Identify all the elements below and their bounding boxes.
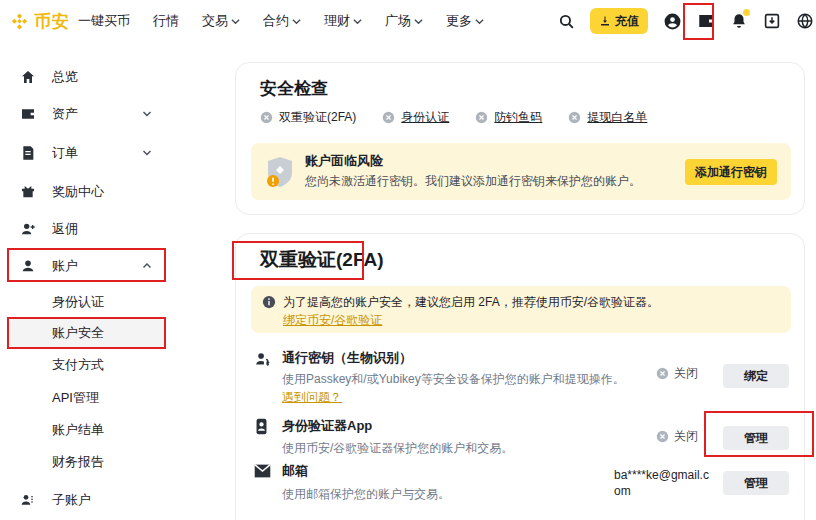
assets-icon: [20, 106, 38, 122]
brand-name: 币安: [34, 10, 70, 33]
chevron-down-icon: [292, 17, 301, 26]
sidebar-item-orders[interactable]: 订单: [8, 139, 166, 167]
two-factor-title: 双重验证(2FA): [260, 247, 384, 273]
security-check-tabs: 双重验证(2FA) 身份认证 防钓鱼码 提现白名单: [260, 109, 647, 126]
info-circle-icon: [262, 295, 276, 309]
sidebar-item-payment-methods[interactable]: 支付方式: [8, 351, 166, 379]
search-icon[interactable]: [558, 13, 575, 30]
sidebar-item-label: 资产: [52, 105, 78, 123]
chevron-up-icon: [142, 261, 152, 271]
chevron-down-icon: [414, 17, 423, 26]
sidebar-item-rewards-hub[interactable]: 奖励中心: [8, 178, 166, 206]
nav-item-futures[interactable]: 合约: [263, 12, 301, 30]
sidebar-item-financial-reports[interactable]: 财务报告: [8, 448, 166, 476]
sidebar-item-overview[interactable]: 总览: [8, 63, 166, 91]
two-factor-card: 双重验证(2FA) 为了提高您的账户安全，建议您启用 2FA，推荐使用币安/谷歌…: [235, 233, 805, 520]
main-nav: 一键买币 行情 交易 合约 理财 广场 更多: [78, 0, 484, 42]
nav-item-trade[interactable]: 交易: [202, 12, 240, 30]
top-navbar: 币安 一键买币 行情 交易 合约 理财 广场 更多 充值: [0, 0, 816, 42]
chevron-down-icon: [142, 148, 152, 158]
passkey-icon: [254, 351, 271, 368]
notice-text: 为了提高您的账户安全，建议您启用 2FA，推荐使用币安/谷歌验证器。: [283, 294, 659, 311]
email-value: ba****ke@gmail.com: [614, 467, 712, 499]
x-circle-icon: [260, 111, 273, 124]
bind-authenticator-link[interactable]: 绑定币安/谷歌验证: [283, 312, 382, 329]
home-icon: [20, 69, 38, 85]
risk-description: 您尚未激活通行密钥。我们建议添加通行密钥来保护您的账户。: [305, 173, 641, 190]
wallet-icon[interactable]: [697, 12, 715, 30]
sidebar-item-account[interactable]: 账户: [8, 252, 166, 280]
authenticator-manage-button[interactable]: 管理: [723, 426, 789, 450]
passkey-help-link[interactable]: 遇到问题？: [282, 389, 342, 406]
passkey-status: 关闭: [656, 365, 698, 382]
sidebar-item-label: 总览: [52, 68, 78, 86]
profile-icon[interactable]: [663, 12, 682, 31]
chevron-down-icon: [142, 109, 152, 119]
sidebar-item-account-security[interactable]: 账户安全: [8, 319, 166, 347]
sidebar-item-identity-verification[interactable]: 身份认证: [8, 288, 166, 316]
nav-item-more[interactable]: 更多: [446, 12, 484, 30]
notifications-icon[interactable]: [730, 12, 748, 30]
binance-logo[interactable]: 币安: [10, 10, 70, 33]
referral-icon: [20, 221, 38, 237]
passkey-bind-button[interactable]: 绑定: [723, 364, 789, 388]
mail-icon: [254, 464, 271, 478]
tab-anti-phishing-code[interactable]: 防钓鱼码: [475, 109, 542, 126]
x-circle-icon: [656, 367, 669, 380]
authenticator-title: 身份验证器App: [282, 417, 372, 435]
email-title: 邮箱: [282, 462, 308, 480]
passkey-title: 通行密钥（生物识别）: [282, 349, 412, 367]
sidebar-item-sub-accounts[interactable]: 子账户: [8, 486, 166, 514]
account-risk-banner: 账户面临风险 您尚未激活通行密钥。我们建议添加通行密钥来保护您的账户。 添加通行…: [251, 143, 791, 200]
x-circle-icon: [656, 430, 669, 443]
security-check-card: 安全检查 双重验证(2FA) 身份认证 防钓鱼码 提现白名单: [235, 62, 805, 215]
deposit-button[interactable]: 充值: [590, 8, 648, 34]
two-factor-notice: 为了提高您的账户安全，建议您启用 2FA，推荐使用币安/谷歌验证器。 绑定币安/…: [251, 286, 791, 333]
nav-right-cluster: 充值: [558, 0, 816, 42]
nav-item-earn[interactable]: 理财: [324, 12, 362, 30]
binance-logo-icon: [10, 12, 29, 31]
add-passkey-button[interactable]: 添加通行密钥: [685, 159, 777, 185]
notification-badge: [743, 9, 750, 16]
nav-item-markets[interactable]: 行情: [153, 12, 179, 30]
rewards-icon: [20, 184, 38, 200]
authenticator-app-icon: [254, 418, 269, 435]
x-circle-icon: [475, 111, 488, 124]
x-circle-icon: [382, 111, 395, 124]
sidebar-item-label: 返佣: [52, 220, 78, 238]
sidebar-item-account-statement[interactable]: 账户结单: [8, 416, 166, 444]
sidebar-item-label: 订单: [52, 144, 78, 162]
app-download-icon[interactable]: [763, 12, 781, 30]
email-description: 使用邮箱保护您的账户与交易。: [282, 486, 450, 503]
sidebar-item-assets[interactable]: 资产: [8, 100, 166, 128]
sidebar-item-label: 奖励中心: [52, 183, 104, 201]
sidebar-item-label: 子账户: [52, 491, 91, 509]
tab-2fa[interactable]: 双重验证(2FA): [260, 109, 356, 126]
risk-title: 账户面临风险: [305, 152, 383, 170]
nav-item-square[interactable]: 广场: [385, 12, 423, 30]
tab-withdrawal-whitelist[interactable]: 提现白名单: [568, 109, 647, 126]
deposit-download-icon: [599, 15, 611, 27]
sidebar-item-referral[interactable]: 返佣: [8, 215, 166, 243]
account-icon: [20, 258, 38, 274]
orders-icon: [20, 145, 38, 161]
chevron-down-icon: [231, 17, 240, 26]
sidebar-item-api-management[interactable]: API管理: [8, 384, 166, 412]
sidebar-item-label: 账户: [52, 257, 78, 275]
security-check-title: 安全检查: [260, 77, 328, 100]
x-circle-icon: [568, 111, 581, 124]
shield-warning-icon: [265, 155, 295, 189]
language-globe-icon[interactable]: [796, 12, 814, 30]
nav-item-buy-crypto[interactable]: 一键买币: [78, 12, 130, 30]
email-manage-button[interactable]: 管理: [723, 471, 789, 495]
passkey-description: 使用Passkey和/或Yubikey等安全设备保护您的账户和提现操作。: [282, 371, 625, 388]
authenticator-status: 关闭: [656, 428, 698, 445]
authenticator-description: 使用币安/谷歌验证器保护您的账户和交易。: [282, 440, 513, 457]
chevron-down-icon: [353, 17, 362, 26]
chevron-down-icon: [475, 17, 484, 26]
tab-identity-verification[interactable]: 身份认证: [382, 109, 449, 126]
sub-account-icon: [20, 492, 38, 508]
